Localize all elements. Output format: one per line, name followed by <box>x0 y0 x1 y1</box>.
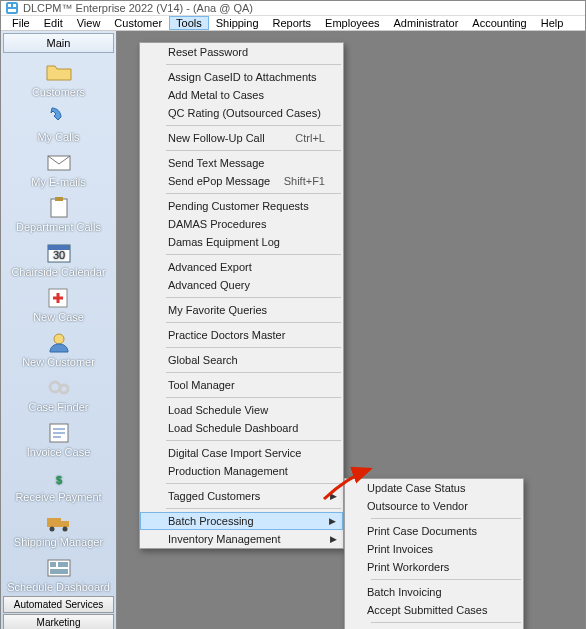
menu-item-inventory-management[interactable]: Inventory Management▶ <box>140 530 343 548</box>
sidebar-button-automated-services[interactable]: Automated Services <box>3 596 114 613</box>
menu-separator <box>166 125 341 126</box>
svg-rect-5 <box>51 199 67 217</box>
sidebar-bottom-buttons: Automated ServicesMarketingScanningCorpo… <box>1 595 116 629</box>
menu-item-assign-caseid-to-attachments[interactable]: Assign CaseID to Attachments <box>140 68 343 86</box>
menu-separator <box>371 579 521 580</box>
sidebar-button-marketing[interactable]: Marketing <box>3 614 114 629</box>
menu-item-label: Add Metal to Cases <box>168 89 264 101</box>
menu-separator <box>166 347 341 348</box>
menu-item-advanced-query[interactable]: Advanced Query <box>140 276 343 294</box>
menu-item-label: Advanced Query <box>168 279 250 291</box>
sidebar-item-label: Receive Payment <box>15 491 101 503</box>
menu-item-send-text-message[interactable]: Send Text Message <box>140 154 343 172</box>
menu-item-label: Load Schedule View <box>168 404 268 416</box>
sidebar-item-label: Case Finder <box>29 401 89 413</box>
menu-separator <box>166 254 341 255</box>
menu-edit[interactable]: Edit <box>37 16 70 30</box>
sidebar-item-chairside-calendar[interactable]: 30Chairside Calendar <box>1 235 116 280</box>
menu-item-global-search[interactable]: Global Search <box>140 351 343 369</box>
menu-separator <box>371 518 521 519</box>
menu-shipping[interactable]: Shipping <box>209 16 266 30</box>
menu-item-label: Print Case Documents <box>367 525 477 537</box>
sidebar-item-label: Schedule Dashboard <box>7 581 110 593</box>
menu-reports[interactable]: Reports <box>266 16 319 30</box>
menu-item-label: Batch Processing <box>168 515 254 527</box>
submenu-item-print-case-documents[interactable]: Print Case Documents <box>345 522 523 540</box>
menu-item-shortcut: Ctrl+L <box>295 132 325 144</box>
menu-file[interactable]: File <box>5 16 37 30</box>
sidebar-item-customers[interactable]: Customers <box>1 55 116 100</box>
menu-item-label: Pending Customer Requests <box>168 200 309 212</box>
truck-icon <box>43 509 75 535</box>
svg-point-13 <box>60 385 68 393</box>
sidebar-item-schedule-dashboard[interactable]: Schedule Dashboard <box>1 550 116 595</box>
submenu-item-batch-invoicing[interactable]: Batch Invoicing <box>345 583 523 601</box>
svg-point-19 <box>62 527 67 532</box>
sidebar-item-label: My E-mails <box>31 176 85 188</box>
dollar-icon: $ <box>43 464 75 490</box>
menu-item-my-favorite-queries[interactable]: My Favorite Queries <box>140 301 343 319</box>
menu-administrator[interactable]: Administrator <box>387 16 466 30</box>
menu-item-digital-case-import-service[interactable]: Digital Case Import Service <box>140 444 343 462</box>
submenu-item-print-invoices[interactable]: Print Invoices <box>345 540 523 558</box>
menu-item-label: Tagged Customers <box>168 490 260 502</box>
batch-processing-submenu: Update Case StatusOutsource to VendorPri… <box>344 478 524 629</box>
menu-separator <box>166 150 341 151</box>
menu-item-practice-doctors-master[interactable]: Practice Doctors Master <box>140 326 343 344</box>
menu-separator <box>166 440 341 441</box>
menu-tools[interactable]: Tools <box>169 16 209 30</box>
menu-employees[interactable]: Employees <box>318 16 386 30</box>
sidebar-item-shipping-manager[interactable]: Shipping Manager <box>1 505 116 550</box>
svg-rect-1 <box>8 4 11 7</box>
sidebar-item-my-calls[interactable]: My Calls <box>1 100 116 145</box>
menu-item-damas-procedures[interactable]: DAMAS Procedures <box>140 215 343 233</box>
sidebar-item-department-calls[interactable]: Department Calls <box>1 190 116 235</box>
submenu-item-outsource-to-vendor[interactable]: Outsource to Vendor <box>345 497 523 515</box>
menu-separator <box>166 483 341 484</box>
menu-item-qc-rating-outsourced-cases-[interactable]: QC Rating (Outsourced Cases) <box>140 104 343 122</box>
menu-item-damas-equipment-log[interactable]: Damas Equipment Log <box>140 233 343 251</box>
submenu-item-accept-submitted-cases[interactable]: Accept Submitted Cases <box>345 601 523 619</box>
menu-separator <box>166 297 341 298</box>
menu-item-label: Reset Password <box>168 46 248 58</box>
menu-item-batch-processing[interactable]: Batch Processing▶ <box>140 512 343 530</box>
sidebar-item-case-finder[interactable]: Case Finder <box>1 370 116 415</box>
sidebar-item-new-case[interactable]: New Case <box>1 280 116 325</box>
menu-item-advanced-export[interactable]: Advanced Export <box>140 258 343 276</box>
menu-separator <box>166 372 341 373</box>
menu-customer[interactable]: Customer <box>107 16 169 30</box>
menu-item-label: My Favorite Queries <box>168 304 267 316</box>
menu-item-shortcut: Shift+F1 <box>284 175 325 187</box>
menu-item-add-metal-to-cases[interactable]: Add Metal to Cases <box>140 86 343 104</box>
dashboard-icon <box>43 554 75 580</box>
menu-item-pending-customer-requests[interactable]: Pending Customer Requests <box>140 197 343 215</box>
menu-item-label: Accept Submitted Cases <box>367 604 487 616</box>
svg-text:$: $ <box>55 474 61 486</box>
sidebar-item-new-customer[interactable]: New Customer <box>1 325 116 370</box>
menu-item-send-epop-message[interactable]: Send ePop MessageShift+F1 <box>140 172 343 190</box>
title-bar: DLCPM™ Enterprise 2022 (V14) - (Ana @ QA… <box>1 1 585 16</box>
menu-separator <box>166 193 341 194</box>
menu-item-reset-password[interactable]: Reset Password <box>140 43 343 61</box>
menu-view[interactable]: View <box>70 16 108 30</box>
menu-item-tool-manager[interactable]: Tool Manager <box>140 376 343 394</box>
svg-point-11 <box>54 334 64 344</box>
menu-item-tagged-customers[interactable]: Tagged Customers▶ <box>140 487 343 505</box>
svg-point-18 <box>49 527 54 532</box>
menu-item-label: Assign CaseID to Attachments <box>168 71 317 83</box>
submenu-arrow-icon: ▶ <box>330 534 337 544</box>
menu-item-new-follow-up-call[interactable]: New Follow-Up CallCtrl+L <box>140 129 343 147</box>
menu-accounting[interactable]: Accounting <box>465 16 533 30</box>
sidebar-item-label: New Case <box>33 311 84 323</box>
sidebar-item-receive-payment[interactable]: $Receive Payment <box>1 460 116 505</box>
sidebar-item-invoice-case[interactable]: Invoice Case <box>1 415 116 460</box>
menu-item-load-schedule-dashboard[interactable]: Load Schedule Dashboard <box>140 419 343 437</box>
sidebar-item-my-e-mails[interactable]: My E-mails <box>1 145 116 190</box>
menu-item-production-management[interactable]: Production Management <box>140 462 343 480</box>
svg-rect-2 <box>13 4 16 7</box>
menu-item-load-schedule-view[interactable]: Load Schedule View <box>140 401 343 419</box>
menu-help[interactable]: Help <box>534 16 571 30</box>
menu-separator <box>166 322 341 323</box>
submenu-item-print-workorders[interactable]: Print Workorders <box>345 558 523 576</box>
submenu-item-update-case-status[interactable]: Update Case Status <box>345 479 523 497</box>
